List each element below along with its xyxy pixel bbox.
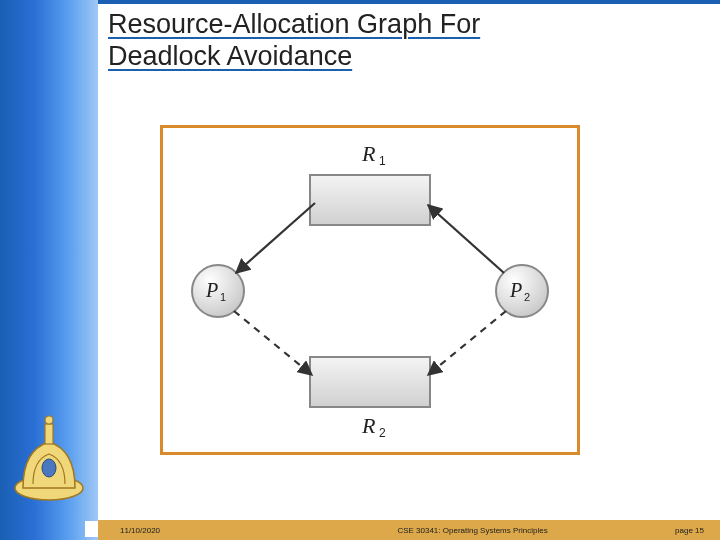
sidebar	[0, 0, 98, 540]
svg-rect-1	[45, 424, 53, 444]
svg-text:R: R	[361, 141, 376, 166]
edge-P2-to-R1	[428, 205, 504, 273]
resource-R1: R 1	[310, 141, 430, 225]
svg-rect-4	[310, 175, 430, 225]
svg-text:1: 1	[379, 154, 386, 168]
svg-point-2	[45, 416, 53, 424]
top-rule	[0, 0, 720, 4]
resource-R2: R 2	[310, 357, 430, 440]
svg-text:P: P	[205, 279, 218, 301]
svg-text:1: 1	[220, 291, 226, 303]
svg-text:R: R	[361, 413, 376, 438]
footer-bar: 11/10/2020 CSE 30341: Operating Systems …	[98, 520, 720, 540]
footer-date: 11/10/2020	[120, 526, 270, 535]
edge-R1-to-P1	[236, 203, 315, 273]
svg-text:P: P	[509, 279, 522, 301]
diagram-area: R 1 R 2 P 1 P 2	[160, 125, 580, 455]
svg-text:2: 2	[524, 291, 530, 303]
footer-page: page 15	[675, 526, 704, 535]
dome-logo	[5, 410, 93, 505]
svg-point-3	[42, 459, 56, 477]
resource-allocation-graph: R 1 R 2 P 1 P 2	[160, 125, 580, 455]
slide-title: Resource-Allocation Graph For Deadlock A…	[108, 8, 698, 73]
svg-text:2: 2	[379, 426, 386, 440]
edge-P2-to-R2	[428, 311, 506, 375]
title-line-1: Resource-Allocation Graph For	[108, 9, 480, 39]
title-line-2: Deadlock Avoidance	[108, 41, 352, 71]
footer-course: CSE 30341: Operating Systems Principles	[270, 526, 675, 535]
svg-rect-7	[310, 357, 430, 407]
edge-P1-to-R2	[234, 311, 312, 375]
